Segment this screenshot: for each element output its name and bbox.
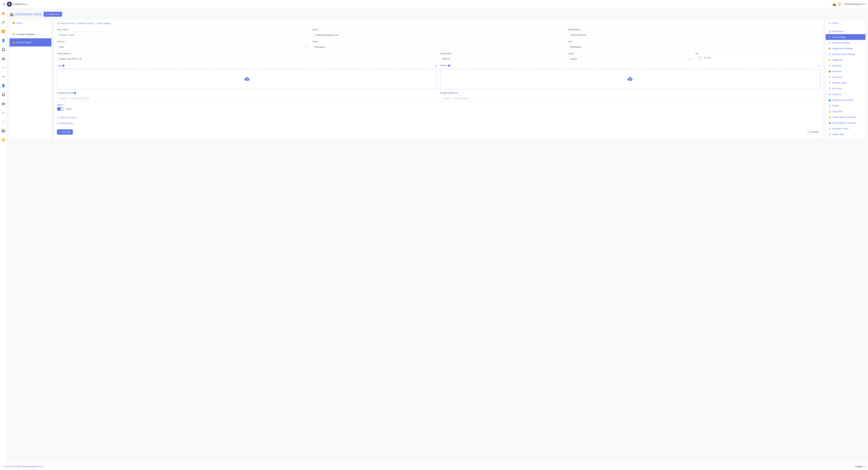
fb-pixel-input[interactable] <box>57 95 437 101</box>
upload-icon <box>627 77 633 81</box>
store-item[interactable]: 💳Flavour Fusion <box>9 38 51 46</box>
menu-toggle-icon[interactable]: ☰ <box>2 2 5 6</box>
logo-dropzone[interactable] <box>57 69 437 89</box>
breadcrumb-paren: ( Flavour Fusion ) <box>77 22 94 25</box>
reply-alt-icon[interactable]: ↩ <box>1 110 6 115</box>
action-item[interactable]: 📈Reminder report <box>826 126 865 131</box>
action-item[interactable]: 📣Confirmation & reminder <box>826 120 865 126</box>
action-item[interactable]: 🛒Checkout settings <box>826 40 865 45</box>
state-input[interactable] <box>312 44 564 50</box>
field-state: State * <box>312 40 564 50</box>
terms-link[interactable]: ⚖ Terms of service <box>57 116 820 119</box>
action-item[interactable]: 🧾Orders <box>826 103 865 108</box>
action-item[interactable]: 🎨Appearance settings <box>826 45 865 51</box>
flame-icon[interactable]: 🔥 <box>1 11 6 16</box>
postal-input[interactable] <box>440 56 565 62</box>
country-select[interactable]: India <box>57 44 309 50</box>
mobile-input[interactable] <box>568 32 820 38</box>
terms-text: Terms of service <box>60 116 76 119</box>
card-icon: 💳 <box>12 22 15 24</box>
action-item[interactable]: 🕘Business hour settings <box>826 51 865 57</box>
user-icon[interactable]: 👤 <box>1 38 6 43</box>
edit-store-button[interactable]: ✎ Edit store <box>57 129 73 135</box>
account-name[interactable]: Trend Business CO <box>844 3 866 5</box>
action-item[interactable]: 🎟Coupons <box>826 91 865 97</box>
action-label: Orders <box>832 104 839 107</box>
action-label: Products <box>832 70 841 73</box>
bell-icon[interactable]: 🔔0 <box>832 2 835 6</box>
avatar[interactable]: Tb <box>838 2 841 6</box>
refund-link[interactable]: ⬇ Refund policy <box>57 122 820 125</box>
action-item[interactable]: 📋Copy URL <box>826 108 865 114</box>
action-item[interactable]: 🗑Delete store <box>826 131 865 137</box>
brand-name[interactable]: Cheifbot Pro <box>13 3 28 5</box>
eye-icon[interactable]: 👁 <box>818 65 820 67</box>
send-icon[interactable]: ➤ <box>1 74 6 79</box>
action-item[interactable]: ☰QR menu <box>826 86 865 91</box>
robot-icon[interactable]: 🤖 <box>1 56 6 61</box>
store-icon[interactable]: 🏬 <box>1 128 6 133</box>
store-item-label: Flavour Fusion <box>16 41 31 44</box>
info-icon[interactable]: i <box>74 92 76 94</box>
user-error-icon[interactable]: 👤 <box>1 83 6 88</box>
breadcrumb: 🧭 Flavour Fusion ( Flavour Fusion ) : St… <box>57 22 820 25</box>
create-store-button[interactable]: ⊕ Create store <box>43 12 62 16</box>
city-input[interactable] <box>568 44 820 50</box>
left-nav: 🔥🔗📶👤🎧🤖↩➤👤🎧🤖↩⇪🏬🪙 <box>0 8 7 463</box>
brand-logo-icon <box>7 2 12 7</box>
cancel-button[interactable]: ✕ Cancel <box>806 129 820 135</box>
action-icon: 🔔 <box>829 116 831 119</box>
info-icon[interactable]: i <box>62 65 65 67</box>
headset-alt-icon[interactable]: 🎧 <box>1 92 6 97</box>
favicon-dropzone[interactable] <box>440 69 820 89</box>
field-logo: Logo i 👁 <box>57 64 437 89</box>
store-name-input[interactable] <box>57 32 309 38</box>
rtl-toggle[interactable] <box>695 56 702 59</box>
coins-icon[interactable]: 🪙 <box>1 137 6 142</box>
action-label: Copy URL <box>832 110 843 113</box>
brand[interactable]: Cheifbot Pro <box>7 2 28 7</box>
field-rtl: Rtl Enable <box>695 53 820 62</box>
edit-icon: ✎ <box>59 131 61 133</box>
wifi-icon[interactable]: 📶 <box>1 29 6 34</box>
language-selector[interactable]: English <box>855 465 865 468</box>
headset-icon[interactable]: 🎧 <box>1 47 6 52</box>
ga-id-input[interactable] <box>440 95 820 101</box>
reply-icon[interactable]: ↩ <box>1 65 6 70</box>
form-actions: ✎ Edit store ✕ Cancel <box>57 129 820 135</box>
actions-header: ➤ Actions <box>826 19 865 27</box>
actions-panel: ➤ Actions 📊Dashboard⚙Store settings🛒Chec… <box>826 19 866 139</box>
card-icon: 💳 <box>12 41 15 44</box>
breadcrumb-store[interactable]: Flavour Fusion <box>61 22 76 25</box>
link-icon[interactable]: 🔗 <box>1 20 6 25</box>
action-icon: 📣 <box>829 122 831 124</box>
export-icon[interactable]: ⇪ <box>1 119 6 124</box>
action-icon: 📦 <box>829 70 831 73</box>
label-status: Status * <box>57 104 820 106</box>
action-label: Categories <box>832 59 843 61</box>
action-item[interactable]: 📍Delivery points <box>826 80 865 86</box>
status-toggle[interactable] <box>57 107 64 111</box>
locale-select[interactable]: English <box>568 56 692 62</box>
eye-icon[interactable]: 👁 <box>435 65 437 67</box>
action-item[interactable]: 👥Signed-up customers <box>826 97 865 103</box>
action-item[interactable]: 🏷Attributes <box>826 63 865 68</box>
street-input[interactable] <box>57 56 437 62</box>
action-item[interactable]: 📂Categories <box>826 57 865 63</box>
info-icon[interactable]: i <box>448 65 450 67</box>
form-grid: Store name * Email * Mobile/phone Countr… <box>57 28 820 125</box>
footer-company-link[interactable]: iCollab Technologies Pvt Ltd <box>15 465 43 468</box>
email-input[interactable] <box>312 32 564 38</box>
action-label: Signed-up customers <box>832 99 854 101</box>
action-item[interactable]: 📊Dashboard <box>826 28 865 34</box>
robot-alt-icon[interactable]: 🤖 <box>1 101 6 106</box>
action-item[interactable]: ⚙Store settings <box>826 34 865 40</box>
action-item[interactable]: 🔔Order status notification <box>826 114 865 120</box>
stores-panel: 💳 Stores 💳Couture Creations💳Flavour Fusi… <box>9 19 52 139</box>
action-item[interactable]: 📦Products <box>826 68 865 74</box>
store-item[interactable]: 💳Couture Creations <box>9 30 51 38</box>
action-item[interactable]: 👁Visit store <box>826 74 865 80</box>
topbar: ☰ Cheifbot Pro 🔔0 Tb Trend Business CO <box>0 0 868 8</box>
action-label: Reminder report <box>832 127 848 130</box>
rtl-enable-text: Enable <box>704 56 711 59</box>
